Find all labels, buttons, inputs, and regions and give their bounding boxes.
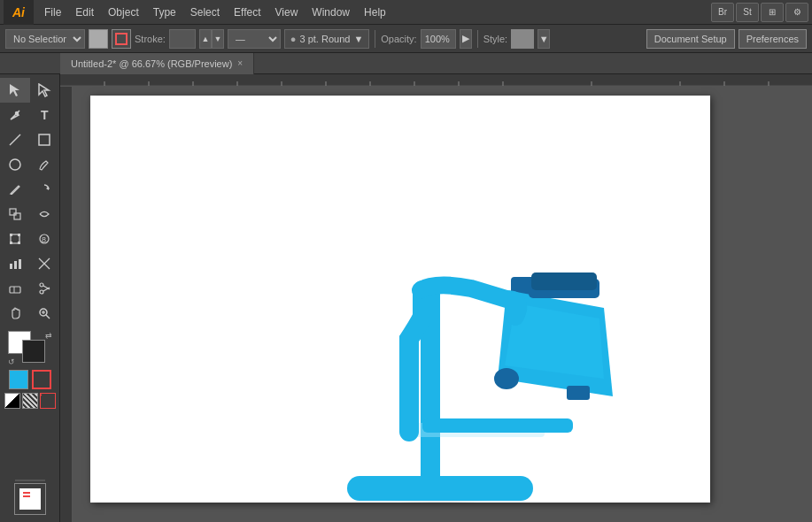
menu-effect[interactable]: Effect xyxy=(227,4,267,20)
menu-help[interactable]: Help xyxy=(357,4,393,20)
menu-object[interactable]: Object xyxy=(101,4,146,20)
stroke-swatch[interactable] xyxy=(112,29,131,49)
reset-colors-icon[interactable]: ↺ xyxy=(8,357,15,366)
search-icon: ⚙ xyxy=(793,7,801,17)
tab-close-button[interactable]: × xyxy=(237,58,243,68)
paintbrush-tool[interactable] xyxy=(30,152,60,177)
pencil-tool[interactable] xyxy=(0,177,30,202)
slice-tool[interactable] xyxy=(30,251,60,276)
stroke-options-label: 3 pt. Round xyxy=(300,34,351,44)
menu-type[interactable]: Type xyxy=(146,4,183,20)
svg-rect-11 xyxy=(10,234,12,236)
ruler-horizontal xyxy=(60,74,812,87)
left-toolbar: T xyxy=(0,74,60,522)
stroke-style-dropdown[interactable]: — xyxy=(228,29,281,49)
style-dropdown[interactable]: ▼ xyxy=(537,29,550,49)
svg-rect-22 xyxy=(10,287,20,293)
symbol-tool[interactable]: 8 xyxy=(30,226,60,251)
opacity-input[interactable] xyxy=(421,29,456,49)
stock-label: St xyxy=(743,7,751,17)
divider-2 xyxy=(477,30,478,48)
search-icon-btn[interactable]: ⚙ xyxy=(785,3,808,22)
stroke-input[interactable] xyxy=(169,29,196,49)
svg-point-25 xyxy=(40,290,43,294)
fill-swatch[interactable] xyxy=(89,29,108,49)
line-tool[interactable] xyxy=(0,127,30,152)
selection-tool[interactable] xyxy=(0,78,30,103)
swap-colors-icon[interactable]: ⇄ xyxy=(45,331,52,340)
workspace-icon-btn[interactable]: ⊞ xyxy=(761,3,784,22)
canvas-area[interactable] xyxy=(60,74,812,522)
no-fill-icon[interactable] xyxy=(40,393,56,409)
gradient-fill-icon[interactable] xyxy=(4,393,20,409)
svg-rect-54 xyxy=(567,386,590,400)
menu-select[interactable]: Select xyxy=(183,4,227,20)
ruler-vertical xyxy=(60,87,73,522)
stock-icon-btn[interactable]: St xyxy=(736,3,759,22)
svg-marker-7 xyxy=(46,187,49,190)
menu-bar: Ai File Edit Object Type Select Effect V… xyxy=(0,0,812,25)
stroke-color-mini[interactable] xyxy=(32,370,51,389)
canvas-viewport[interactable] xyxy=(73,87,812,522)
stroke-pt-icon: ● xyxy=(290,34,297,44)
tab-bar: Untitled-2* @ 66.67% (RGB/Preview) × xyxy=(0,53,812,74)
direct-select-tool[interactable] xyxy=(30,78,60,103)
bridge-label: Br xyxy=(718,7,727,17)
tool-row-5 xyxy=(0,177,59,202)
document-setup-button[interactable]: Document Setup xyxy=(646,29,735,49)
svg-rect-0 xyxy=(116,34,127,44)
tool-row-8 xyxy=(0,251,59,276)
tool-row-2: T xyxy=(0,103,59,127)
fill-stroke-row xyxy=(9,370,51,389)
bridge-icon-btn[interactable]: Br xyxy=(711,3,734,22)
tool-row-3 xyxy=(0,127,59,152)
top-icons: Br St ⊞ ⚙ xyxy=(711,3,808,22)
stroke-label: Stroke: xyxy=(135,34,166,44)
fill-color-mini[interactable] xyxy=(9,370,28,389)
svg-rect-51 xyxy=(422,418,573,433)
menu-edit[interactable]: Edit xyxy=(68,4,101,20)
warp-tool[interactable] xyxy=(30,202,60,226)
artboard[interactable] xyxy=(90,96,710,503)
fg-color-swatch[interactable] xyxy=(22,340,45,363)
preferences-button[interactable]: Preferences xyxy=(739,29,807,49)
type-tool[interactable]: T xyxy=(30,103,60,127)
rect-tool[interactable] xyxy=(30,127,60,152)
ellipse-tool[interactable] xyxy=(0,152,30,177)
eraser-tool[interactable] xyxy=(0,276,30,301)
stroke-up[interactable]: ▲ xyxy=(199,29,212,49)
options-bar: No Selection Stroke: ▲ ▼ — ● 3 pt. Round… xyxy=(0,25,812,53)
color-section: ⇄ ↺ xyxy=(0,331,59,409)
toolbar-bottom xyxy=(0,478,59,518)
selection-dropdown[interactable]: No Selection xyxy=(5,29,85,49)
stroke-dropdown-icon[interactable]: ▼ xyxy=(353,34,363,44)
hand-tool[interactable] xyxy=(0,301,30,326)
opacity-label: Opacity: xyxy=(381,34,416,44)
ai-logo: Ai xyxy=(4,0,34,25)
graph-tool[interactable] xyxy=(0,251,30,276)
document-tab[interactable]: Untitled-2* @ 66.67% (RGB/Preview) × xyxy=(60,53,254,74)
pen-tool[interactable] xyxy=(0,103,30,127)
svg-rect-57 xyxy=(531,273,597,290)
artboard-icon[interactable] xyxy=(14,483,46,515)
svg-rect-12 xyxy=(18,234,20,236)
scale-tool[interactable] xyxy=(0,202,30,226)
opacity-expand[interactable]: ▶ xyxy=(460,29,472,49)
menu-window[interactable]: Window xyxy=(305,4,357,20)
menu-view[interactable]: View xyxy=(268,4,305,20)
svg-point-55 xyxy=(494,368,519,389)
tool-row-7: 8 xyxy=(0,226,59,251)
zoom-tool[interactable] xyxy=(30,301,60,326)
svg-rect-8 xyxy=(10,209,16,215)
menu-file[interactable]: File xyxy=(37,4,68,20)
fill-type-row xyxy=(4,393,56,409)
svg-line-29 xyxy=(46,315,50,319)
rotate-tool[interactable] xyxy=(30,177,60,202)
style-swatch[interactable] xyxy=(511,29,534,49)
stroke-down[interactable]: ▼ xyxy=(212,29,224,49)
pattern-fill-icon[interactable] xyxy=(22,393,38,409)
lamp-svg xyxy=(90,96,710,503)
free-transform-tool[interactable] xyxy=(0,226,30,251)
scissors-tool[interactable] xyxy=(30,276,60,301)
svg-marker-2 xyxy=(39,84,49,96)
